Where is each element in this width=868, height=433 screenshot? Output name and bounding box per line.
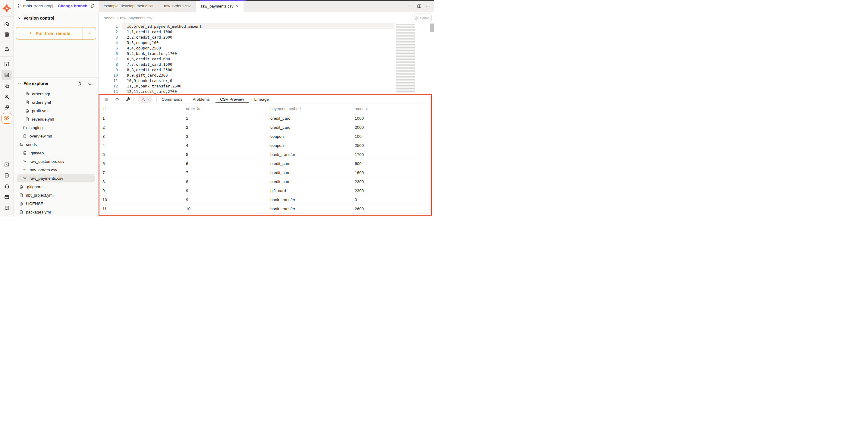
new-tab-icon[interactable] [408,4,413,9]
doc-icon [23,151,27,155]
file-item-revenue.yml[interactable]: revenue.yml [13,115,98,123]
breadcrumb-file[interactable]: raw_payments.csv [120,16,153,20]
editor-tab-raw_payments.csv[interactable]: raw_payments.csv× [196,0,244,12]
file-item-LICENSE[interactable]: LICENSE [13,199,98,208]
save-button[interactable]: Save [412,13,432,22]
activity-headset-button[interactable] [1,181,12,192]
activity-home-button[interactable] [1,19,12,29]
file-item-raw_payments.csv[interactable]: raw_payments.csv [13,174,98,182]
activity-bar-divider [0,56,13,57]
build-wrench-icon[interactable] [124,95,132,103]
table-cell: gift_card [270,189,355,193]
line-content: 11,10,bank_transfer,2600 [127,84,181,88]
table-row[interactable]: 1110bank_transfer2600 [99,204,431,213]
activity-apps-button[interactable] [1,102,12,113]
editor-line-3[interactable]: 32,2,credit_card,2000 [98,34,434,40]
chevron-down-icon[interactable] [132,96,135,102]
file-item-seeds[interactable]: seeds [13,140,98,149]
panel-tab-problems[interactable]: Problems [193,95,210,103]
activity-building-button[interactable] [1,203,12,213]
pull-options-dropdown[interactable] [83,27,96,39]
table-cell: 6 [186,161,270,166]
editor-line-13[interactable]: 1312,11,credit_card,2700 [98,89,434,94]
editor-line-10[interactable]: 109,9,gift_card,2300 [98,73,434,78]
pull-from-remote-main[interactable]: Pull from remote [16,27,83,39]
file-item-raw_customers.csv[interactable]: raw_customers.csv [13,157,98,166]
chevron-down-icon [18,16,22,20]
activity-notebook-button[interactable] [1,29,12,40]
file-item-.gitignore[interactable]: .gitignore [13,182,98,191]
activity-insights-button[interactable] [1,91,12,102]
file-name: .gitignore [26,184,43,189]
activity-atom-button[interactable] [1,113,12,124]
activity-ide-button[interactable] [1,70,12,80]
file-item-orders.yml[interactable]: orders.yml [13,98,98,107]
table-row[interactable]: 99gift_card2300 [99,186,431,195]
table-cell: 3 [102,134,186,139]
table-row[interactable]: 11credit_card1000 [99,114,431,123]
editor-line-1[interactable]: 1id,order_id,payment_method,amount [98,24,434,29]
editor-tab-raw_orders.csv[interactable]: raw_orders.csv [159,0,196,12]
table-row[interactable]: 55bank_transfer1700 [99,150,431,159]
editor-line-9[interactable]: 98,8,credit_card,2300 [98,67,434,73]
editor-line-11[interactable]: 1110,9,bank_transfer,0 [98,78,434,83]
file-item-overview.md[interactable]: overview.md [13,132,98,140]
activity-dashboard-button[interactable] [1,59,12,69]
editor-line-6[interactable]: 65,5,bank_transfer,1700 [98,51,434,56]
file-item-.gitkeep[interactable]: .gitkeep [13,149,98,157]
file-item-profit.yml[interactable]: profit.yml [13,107,98,115]
editor-line-7[interactable]: 76,6,credit_card,600 [98,56,434,61]
panel-tab-commands[interactable]: Commands [161,95,182,103]
code-editor[interactable]: 1id,order_id,payment_method,amount21,1,c… [98,24,434,95]
copy-icon[interactable] [90,3,95,8]
version-control-header[interactable]: Version control [18,16,54,21]
file-item-raw_orders.csv[interactable]: raw_orders.csv [13,166,98,174]
close-tab-icon[interactable]: × [236,4,239,8]
file-name: LICENSE [26,201,43,206]
editor-line-8[interactable]: 87,7,credit_card,1600 [98,61,434,67]
minimap[interactable] [395,24,434,95]
seedling-icon [23,176,27,181]
search-icon[interactable] [88,81,93,86]
activity-browser-button[interactable] [1,192,12,202]
breadcrumb-folder[interactable]: seeds [104,16,115,20]
editor-scrollbar-thumb[interactable] [430,24,434,32]
table-row[interactable]: 33coupon100 [99,132,431,141]
file-item-staging[interactable]: staging [13,123,98,132]
pull-from-remote-button[interactable]: Pull from remote [16,27,96,39]
line-number: 6 [98,51,118,56]
file-item-orders.sql[interactable]: orders.sql [13,90,98,98]
more-options-icon[interactable] [425,4,430,9]
file-item-dbt_project.yml[interactable]: dbt_project.yml [13,191,98,199]
editor-line-4[interactable]: 43,3,coupon,100 [98,40,434,45]
table-row[interactable]: 66credit_card600 [99,159,431,168]
table-row[interactable]: 88credit_card2300 [99,177,431,186]
table-row[interactable]: 22credit_card2000 [99,123,431,132]
file-item-packages.yml[interactable]: packages.yml [13,208,98,216]
editor-line-12[interactable]: 1211,10,bank_transfer,2600 [98,83,434,89]
change-branch-link[interactable]: Change branch [58,4,87,8]
activity-clipboard-button[interactable] [1,170,12,181]
table-row[interactable]: 44coupon2500 [99,141,431,150]
new-file-icon[interactable] [77,81,82,86]
activity-canvas-button[interactable] [1,81,12,91]
table-row[interactable]: 77credit_card1600 [99,168,431,177]
editor-line-5[interactable]: 54,4,coupon,2500 [98,45,434,51]
doc-icon [19,184,24,189]
panel-tab-lineage[interactable]: Lineage [254,95,269,103]
activity-layers-button[interactable] [1,44,12,54]
editor-tab-example_develop_metric.sql[interactable]: example_develop_metric.sql [98,0,159,12]
results-table-icon[interactable] [102,95,110,103]
editor-line-2[interactable]: 21,1,credit_card,1000 [98,29,434,34]
table-cell: 7 [186,170,270,175]
table-row[interactable]: 109bank_transfer0 [99,195,431,204]
activity-terminal-button[interactable] [1,159,12,170]
ai-assist-button[interactable] [138,95,152,103]
compiled-code-icon[interactable] [113,95,121,103]
panel-tab-csv-preview[interactable]: CSV Preview [220,95,244,103]
table-header-row: idorder_idpayment_methodamount [99,104,431,114]
file-explorer-header[interactable]: File explorer [18,79,95,88]
table-cell: 5 [186,152,270,157]
file-name: orders.yml [32,100,51,105]
split-editor-icon[interactable] [417,4,422,9]
